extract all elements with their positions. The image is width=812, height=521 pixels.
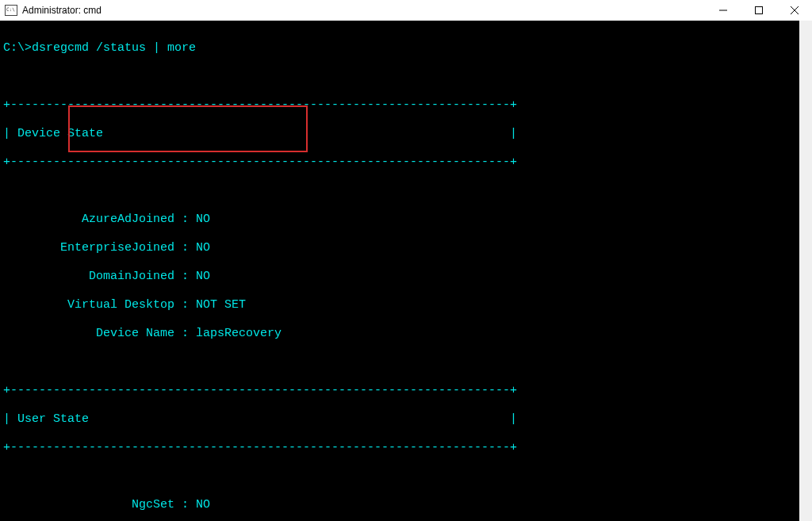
kv-value: lapsRecovery [196,327,282,340]
minimize-button[interactable] [705,0,741,21]
kv-value: NO [196,270,210,283]
vertical-scrollbar[interactable] [799,21,812,521]
titlebar-left: Administrator: cmd [5,5,102,16]
blank-line [3,355,812,370]
kv-key: NgcSet [3,498,174,512]
kv-sep: : [174,241,196,255]
kv-sep: : [174,213,196,226]
section-border: +---------------------------------------… [3,384,812,398]
section-border: +---------------------------------------… [3,155,812,170]
close-button[interactable] [776,0,812,21]
kv-key: DomainJoined [3,270,174,284]
blank-line [3,184,812,198]
window-title: Administrator: cmd [22,5,102,16]
terminal-output[interactable]: C:\>dsregcmd /status | more +-----------… [0,21,812,521]
section-border: +---------------------------------------… [3,98,812,113]
prompt: C:\> [3,41,32,55]
app-window: Administrator: cmd C:\>dsregcmd /status … [0,0,812,521]
maximize-icon [755,6,763,14]
kv-key: AzureAdJoined [3,213,174,227]
titlebar: Administrator: cmd [0,0,812,21]
section-title-user-state: | User State | [3,412,812,427]
minimize-icon [719,6,727,14]
kv-sep: : [174,298,196,312]
kv-row: Virtual Desktop : NOT SET [3,298,812,312]
kv-value: NO [196,241,210,255]
kv-sep: : [174,270,196,283]
kv-sep: : [174,327,196,340]
cmd-icon [5,5,17,16]
close-icon [791,6,799,14]
maximize-button[interactable] [741,0,776,21]
kv-row: DomainJoined : NO [3,270,812,284]
kv-value: NO [196,498,210,511]
kv-sep: : [174,498,196,511]
command-text: dsregcmd /status | more [32,41,196,55]
blank-line [3,469,812,484]
kv-key: Device Name [3,327,174,341]
blank-line [3,70,812,84]
kv-key: EnterpriseJoined [3,241,174,255]
kv-key: Virtual Desktop [3,298,174,312]
kv-row: NgcSet : NO [3,498,812,512]
kv-value: NOT SET [196,298,246,312]
kv-row: Device Name : lapsRecovery [3,327,812,341]
command-line: C:\>dsregcmd /status | more [3,41,812,56]
kv-row: AzureAdJoined : NO [3,213,812,227]
kv-row: EnterpriseJoined : NO [3,241,812,255]
section-border: +---------------------------------------… [3,441,812,455]
titlebar-buttons [705,0,812,21]
section-title-device-state: | Device State | [3,127,812,141]
kv-value: NO [196,213,210,226]
svg-rect-0 [755,7,762,14]
